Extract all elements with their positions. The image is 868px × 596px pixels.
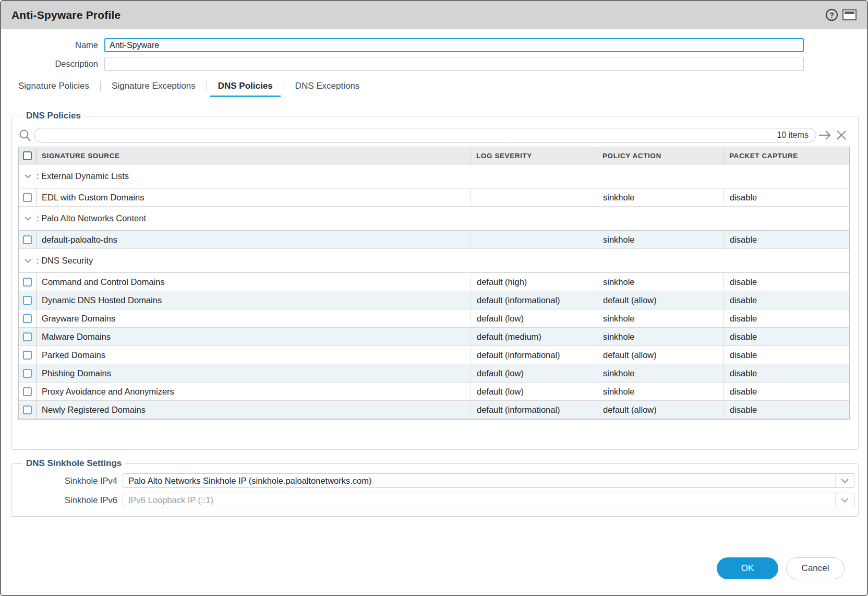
dns-policies-fieldset: DNS Policies 10 items — [11, 111, 859, 450]
column-header-log-severity: LOG SEVERITY — [471, 147, 597, 164]
search-row: 10 items — [18, 128, 850, 142]
cell-policy-action: default (allow) — [597, 401, 724, 419]
search-icon[interactable] — [18, 128, 32, 142]
dialog-footer: OK Cancel — [717, 557, 845, 579]
cell-packet-capture: disable — [724, 364, 849, 382]
cell-packet-capture: disable — [724, 291, 849, 309]
cell-packet-capture: disable — [724, 231, 849, 248]
row-checkbox[interactable] — [23, 332, 32, 341]
cell-packet-capture: disable — [724, 383, 849, 400]
column-header-policy-action: POLICY ACTION — [597, 147, 724, 164]
cell-policy-action: sinkhole — [597, 188, 724, 206]
table-header-row: SIGNATURE SOURCE LOG SEVERITY POLICY ACT… — [19, 147, 849, 164]
ok-button[interactable]: OK — [717, 557, 778, 579]
column-header-packet-capture: PACKET CAPTURE — [724, 147, 849, 164]
group-row: : External Dynamic Lists — [19, 164, 849, 188]
group-label: : DNS Security — [37, 256, 93, 266]
tab-signature-exceptions[interactable]: Signature Exceptions — [112, 78, 196, 97]
sinkhole-ipv6-value: IPv6 Loopback IP (::1) — [128, 495, 213, 505]
row-checkbox[interactable] — [23, 369, 32, 378]
cell-signature-source: default-paloalto-dns — [37, 231, 471, 248]
table-row[interactable]: Command and Control Domains default (hig… — [19, 273, 849, 291]
row-checkbox[interactable] — [23, 406, 32, 414]
tab-separator — [100, 81, 101, 91]
window-panel-icon-bar — [845, 11, 854, 14]
group-label: : Palo Alto Networks Content — [37, 213, 146, 223]
help-icon[interactable]: ? — [826, 9, 838, 21]
dns-sinkhole-settings-legend: DNS Sinkhole Settings — [22, 458, 126, 469]
description-field[interactable] — [104, 57, 804, 71]
sinkhole-ipv4-select[interactable]: Palo Alto Networks Sinkhole IP (sinkhole… — [123, 473, 854, 488]
table-row[interactable]: Newly Registered Domains default (inform… — [19, 401, 849, 419]
clear-filter-button[interactable] — [833, 128, 850, 142]
window-panel-icon[interactable] — [842, 9, 857, 20]
chevron-down-icon — [840, 478, 849, 484]
cell-log-severity: default (high) — [471, 273, 597, 291]
row-checkbox[interactable] — [23, 193, 32, 202]
cell-policy-action: sinkhole — [597, 273, 724, 291]
cancel-button[interactable]: Cancel — [786, 557, 845, 579]
cell-log-severity: default (informational) — [471, 346, 597, 364]
group-chevron-down-icon[interactable] — [24, 258, 32, 264]
search-input[interactable] — [42, 130, 777, 140]
cell-signature-source: Malware Domains — [37, 328, 471, 345]
table-row[interactable]: Grayware Domains default (low) sinkhole … — [19, 309, 849, 328]
sinkhole-ipv4-label: Sinkhole IPv4 — [18, 476, 123, 486]
group-chevron-down-icon[interactable] — [24, 216, 32, 221]
row-checkbox[interactable] — [23, 387, 32, 396]
cell-log-severity: default (low) — [471, 309, 597, 327]
sinkhole-ipv6-label: Sinkhole IPv6 — [18, 495, 123, 505]
tab-dns-policies[interactable]: DNS Policies — [218, 78, 273, 97]
policy-table-body: : External Dynamic Lists EDL with Custom… — [19, 164, 849, 419]
select-all-checkbox[interactable] — [23, 151, 32, 160]
cell-policy-action: sinkhole — [597, 383, 724, 400]
name-field[interactable] — [104, 38, 804, 52]
cell-signature-source: Grayware Domains — [37, 309, 471, 327]
tab-signature-policies[interactable]: Signature Policies — [18, 78, 89, 97]
name-label: Name — [1, 40, 104, 50]
cell-policy-action: sinkhole — [597, 328, 724, 345]
cell-signature-source: Command and Control Domains — [37, 273, 471, 291]
cell-log-severity — [471, 188, 597, 206]
table-row[interactable]: EDL with Custom Domains sinkhole disable — [19, 188, 849, 207]
group-chevron-down-icon[interactable] — [24, 174, 32, 179]
row-checkbox[interactable] — [23, 278, 32, 287]
cell-log-severity: default (low) — [471, 364, 597, 382]
group-row: : DNS Security — [19, 249, 849, 273]
arrow-right-icon — [818, 130, 831, 140]
items-count-badge: 10 items — [777, 130, 809, 140]
table-row[interactable]: Dynamic DNS Hosted Domains default (info… — [19, 291, 849, 309]
row-checkbox[interactable] — [23, 235, 32, 244]
sinkhole-ipv6-select[interactable]: IPv6 Loopback IP (::1) — [123, 493, 854, 507]
tab-dns-exceptions[interactable]: DNS Exceptions — [295, 78, 360, 97]
cell-log-severity — [471, 231, 597, 248]
apply-filter-button[interactable] — [816, 128, 833, 142]
row-checkbox[interactable] — [23, 314, 32, 323]
cell-log-severity: default (low) — [471, 383, 597, 400]
cell-packet-capture: disable — [724, 188, 849, 206]
chevron-down-icon — [840, 497, 849, 503]
row-checkbox[interactable] — [23, 296, 32, 305]
group-row: : Palo Alto Networks Content — [19, 207, 849, 231]
row-checkbox[interactable] — [23, 351, 32, 360]
table-row[interactable]: Phishing Domains default (low) sinkhole … — [19, 364, 849, 383]
cell-signature-source: Proxy Avoidance and Anonymizers — [37, 383, 471, 400]
table-row[interactable]: Proxy Avoidance and Anonymizers default … — [19, 383, 849, 401]
cell-log-severity: default (medium) — [471, 328, 597, 345]
cell-policy-action: sinkhole — [597, 309, 724, 327]
close-icon — [836, 130, 847, 140]
table-row[interactable]: Malware Domains default (medium) sinkhol… — [19, 328, 849, 346]
cell-log-severity: default (informational) — [471, 401, 597, 419]
table-row[interactable]: Parked Domains default (informational) d… — [19, 346, 849, 364]
dialog-title: Anti-Spyware Profile — [11, 9, 826, 21]
cell-policy-action: sinkhole — [597, 364, 724, 382]
cell-signature-source: EDL with Custom Domains — [37, 188, 471, 206]
cell-policy-action: sinkhole — [597, 231, 724, 248]
table-row[interactable]: default-paloalto-dns sinkhole disable — [19, 231, 849, 249]
dns-policies-table: SIGNATURE SOURCE LOG SEVERITY POLICY ACT… — [18, 147, 850, 420]
dns-policies-legend: DNS Policies — [22, 111, 85, 121]
cell-packet-capture: disable — [724, 309, 849, 327]
cell-signature-source: Dynamic DNS Hosted Domains — [37, 291, 471, 309]
cell-packet-capture: disable — [724, 273, 849, 291]
dns-sinkhole-settings-fieldset: DNS Sinkhole Settings Sinkhole IPv4 Palo… — [11, 458, 859, 517]
